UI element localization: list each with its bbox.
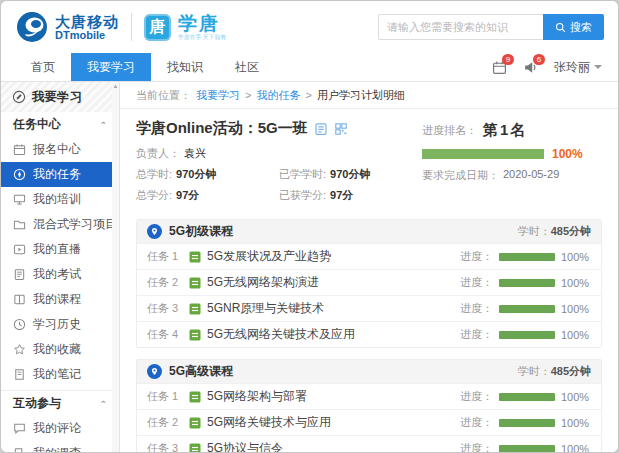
task-row: 任务 2 5G网络关键技术与应用 进度： 100%	[137, 409, 601, 435]
task-progress-fill	[499, 445, 555, 453]
nav-item-home[interactable]: 首页	[15, 53, 71, 81]
sidebar-group-interaction[interactable]: 互动参与 ⌃	[1, 390, 119, 416]
sidebar-item-my-tasks[interactable]: 我的任务	[1, 162, 119, 187]
dtmobile-brand[interactable]: 大唐移动 DTmobile	[15, 10, 119, 44]
nav-item-community[interactable]: 社区	[219, 53, 275, 81]
task-progress-percent: 100%	[561, 251, 591, 263]
task-name-link[interactable]: 5GNR原理与关键技术	[207, 300, 324, 317]
task-progress-label: 进度：	[460, 249, 493, 264]
section-header: 5G初级课程 学时：485分钟	[137, 220, 601, 243]
task-number: 任务 4	[147, 327, 189, 342]
task-name-link[interactable]: 5G网络关键技术与应用	[207, 414, 331, 431]
xuetang-app-name: 学唐	[178, 14, 261, 33]
course-icon	[189, 443, 201, 453]
nav-item-my-learning[interactable]: 我要学习	[71, 53, 151, 81]
search-input[interactable]	[378, 14, 543, 40]
sidebar-item-my-training[interactable]: 我的培训	[1, 187, 119, 212]
task-row: 任务 1 5G发展状况及产业趋势 进度： 100%	[137, 243, 601, 269]
sidebar-group-task-center[interactable]: 任务中心 ⌃	[1, 112, 119, 137]
sidebar-item-label: 我的培训	[33, 191, 81, 208]
nav-item-find-knowledge[interactable]: 找知识	[151, 53, 219, 81]
sidebar-header: 我要学习	[1, 82, 119, 112]
top-header: 大唐移动 DTmobile 唐 学唐 学唐在手 天下我有 搜索	[1, 1, 618, 53]
breadcrumb: 当前位置： 我要学习 > 我的任务 > 用户学习计划明细	[120, 82, 618, 109]
task-progress-fill	[499, 305, 555, 313]
task-number: 任务 3	[147, 301, 189, 316]
xuetang-tagline: 学唐在手 天下我有	[178, 33, 226, 38]
task-progress-fill	[499, 331, 555, 339]
sidebar-item-my-exams[interactable]: 我的考试	[1, 262, 119, 287]
search-button[interactable]: 搜索	[543, 14, 604, 40]
user-menu[interactable]: 张玲丽	[554, 59, 602, 76]
task-progress-fill	[499, 253, 555, 261]
note-pen-icon	[13, 368, 26, 381]
plan-title-row: 学唐Online活动：5G一班	[136, 119, 422, 138]
task-progress-label: 进度：	[460, 275, 493, 290]
dtmobile-logo-icon	[15, 10, 49, 44]
breadcrumb-link-my-learning[interactable]: 我要学习	[196, 88, 240, 103]
history-clock-icon	[13, 318, 26, 331]
sidebar-item-label: 我的考试	[33, 266, 81, 283]
xuetang-app-icon: 唐	[144, 14, 171, 41]
sidebar-scrollbar[interactable]: ▲	[112, 82, 119, 453]
sidebar-item-my-live[interactable]: 我的直播	[1, 237, 119, 262]
owner-label: 负责人：	[136, 146, 180, 161]
list-icon[interactable]	[314, 122, 328, 136]
rank-label: 进度排名：	[422, 123, 477, 138]
user-name: 张玲丽	[554, 59, 590, 76]
xuetang-brand[interactable]: 唐 学唐 学唐在手 天下我有	[144, 14, 261, 41]
task-name-link[interactable]: 5G协议与信令	[207, 440, 283, 453]
task-name-link[interactable]: 5G发展状况及产业趋势	[207, 248, 331, 265]
search-button-label: 搜索	[570, 20, 592, 35]
scrollbar-up-arrow[interactable]: ▲	[112, 82, 119, 90]
credits-row: 总学分: 97分 已获学分: 97分	[136, 188, 422, 203]
section-hours-label: 学时：	[518, 225, 551, 237]
deadline-row: 要求完成日期： 2020-05-29	[422, 168, 602, 183]
sidebar-item-label: 我的收藏	[33, 341, 81, 358]
task-row: 任务 1 5G网络架构与部署 进度： 100%	[137, 383, 601, 409]
rank-value: 第1名	[483, 121, 527, 140]
app-window: 大唐移动 DTmobile 唐 学唐 学唐在手 天下我有 搜索 首页	[0, 0, 619, 453]
task-name-link[interactable]: 5G网络架构与部署	[207, 388, 307, 405]
sidebar-item-label: 报名中心	[33, 141, 81, 158]
sidebar-item-learning-history[interactable]: 学习历史	[1, 312, 119, 337]
task-progress-percent: 100%	[561, 417, 591, 429]
sidebar-item-label: 我的评论	[33, 420, 81, 437]
group-title-label: 任务中心	[13, 116, 61, 133]
brand-text: 大唐移动 DTmobile	[55, 14, 119, 41]
calendar-icon	[13, 143, 26, 156]
sidebar-item-my-favorites[interactable]: 我的收藏	[1, 337, 119, 362]
announcement-icon-button[interactable]: 6	[523, 60, 538, 75]
breadcrumb-link-my-tasks[interactable]: 我的任务	[256, 88, 300, 103]
section-hours-label: 学时：	[518, 365, 551, 377]
overall-progress-percent: 100%	[552, 147, 583, 161]
section-hours-value: 485分钟	[551, 225, 591, 237]
compass-icon	[13, 168, 26, 181]
pin-icon	[147, 224, 162, 239]
sidebar-item-my-notes[interactable]: 我的笔记	[1, 362, 119, 387]
task-progress-bar	[499, 305, 555, 313]
group-title-label: 互动参与	[13, 395, 61, 412]
sidebar-item-my-comments[interactable]: 我的评论	[1, 416, 119, 441]
task-number: 任务 1	[147, 389, 189, 404]
sidebar-item-label: 我的调查	[33, 445, 81, 453]
sidebar: 我要学习 任务中心 ⌃ 报名中心 我的任务	[1, 82, 120, 453]
task-progress-bar	[499, 419, 555, 427]
task-name-link[interactable]: 5G无线网络关键技术及应用	[207, 326, 355, 343]
sidebar-item-blended-learning[interactable]: 混合式学习项目	[1, 212, 119, 237]
qrcode-icon[interactable]	[334, 122, 348, 136]
sidebar-item-my-surveys[interactable]: 我的调查	[1, 441, 119, 453]
course-icon	[189, 329, 201, 341]
sidebar-item-signup-center[interactable]: 报名中心	[1, 137, 119, 162]
task-progress-bar	[499, 279, 555, 287]
course-book-icon	[13, 293, 26, 306]
deadline-value: 2020-05-29	[503, 168, 559, 183]
sidebar-item-my-courses[interactable]: 我的课程	[1, 287, 119, 312]
task-row: 任务 3 5G协议与信令 进度： 100%	[137, 435, 601, 453]
task-name-link[interactable]: 5G无线网络架构演进	[207, 274, 319, 291]
plan-progress-panel: 进度排名： 第1名 100% 要求完成日期： 2020-05-29	[422, 119, 602, 209]
brand-sub-name: DTmobile	[55, 29, 119, 41]
chevron-up-icon: ⌃	[99, 120, 107, 130]
schedule-icon-button[interactable]: 9	[492, 60, 507, 75]
task-progress-label: 进度：	[460, 415, 493, 430]
